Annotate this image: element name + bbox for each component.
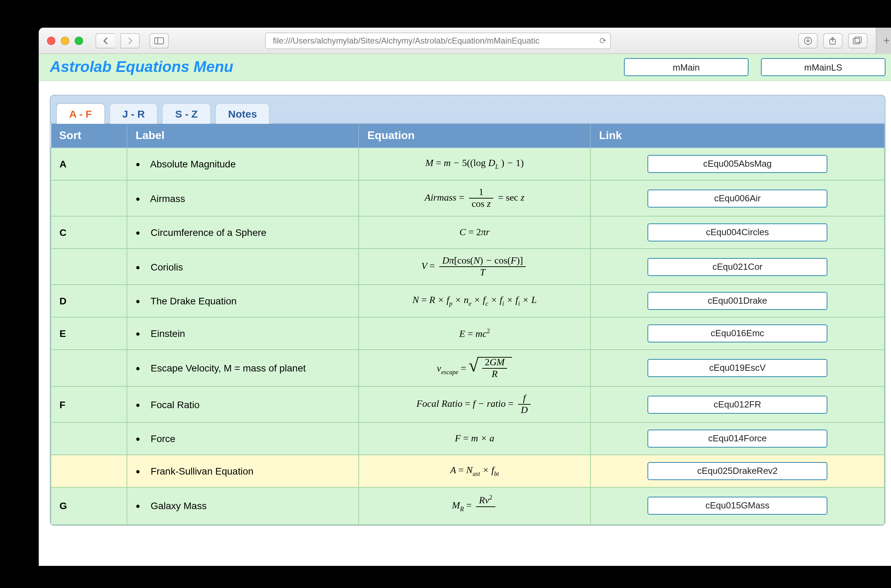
cell-label: ● Coriolis (127, 249, 358, 285)
cell-sort: E (51, 317, 127, 350)
forward-button[interactable] (120, 33, 140, 48)
table-row: ● ForceF = m × acEqu014Force (51, 422, 884, 455)
new-tab-button[interactable]: + (876, 28, 891, 54)
reload-icon[interactable]: ⟳ (599, 36, 606, 45)
header-link-mmainls[interactable]: mMainLS (761, 58, 885, 76)
back-button[interactable] (96, 33, 115, 48)
cell-link: cEqu014Force (590, 422, 884, 455)
cell-link: cEqu012FR (590, 386, 884, 422)
tab-notes[interactable]: Notes (215, 103, 270, 124)
equation-link-button[interactable]: cEqu005AbsMag (648, 155, 827, 173)
bullet-icon: ● (136, 262, 145, 271)
bullet-icon: ● (136, 329, 145, 338)
col-equation: Equation (358, 124, 590, 148)
cell-label: ● Absolute Magnitude (127, 148, 358, 180)
cell-equation: M = m − 5((log DL ) − 1) (358, 148, 590, 180)
table-row: ● Escape Velocity, M = mass of planetves… (51, 350, 884, 386)
cell-link: cEqu019EscV (590, 350, 884, 386)
table-row: E● EinsteinE = mc2cEqu016Emc (51, 317, 884, 350)
bullet-icon: ● (136, 228, 145, 237)
address-bar[interactable]: file:///Users/alchymylab/Sites/Alchymy/A… (265, 32, 611, 49)
cell-equation: V = Dπ[cos(N) − cos(F)]T (358, 249, 590, 285)
equation-link-button[interactable]: cEqu021Cor (648, 258, 827, 276)
cell-equation: N = R × fp × ne × fc × fi × fi × L (358, 285, 590, 317)
cell-link: cEqu006Air (590, 180, 884, 216)
table-row: ● AirmassAirmass = 1cos z = sec zcEqu006… (51, 180, 884, 216)
cell-sort: G (51, 488, 127, 524)
col-label: Label (127, 124, 358, 148)
bullet-icon: ● (136, 400, 145, 408)
equation-link-button[interactable]: cEqu014Force (648, 430, 827, 448)
cell-label: ● Focal Ratio (127, 386, 358, 422)
table-row: A● Absolute MagnitudeM = m − 5((log DL )… (51, 148, 884, 180)
cell-equation: E = mc2 (358, 317, 590, 350)
cell-equation: A = Nast × fbt (358, 455, 590, 488)
cell-sort: F (51, 386, 127, 422)
minimize-icon[interactable] (61, 36, 69, 45)
cell-label: ● Galaxy Mass (127, 488, 358, 524)
sidebar-button[interactable] (149, 33, 169, 48)
cell-label: ● Frank-Sullivan Equation (127, 455, 358, 488)
bullet-icon: ● (136, 160, 145, 168)
maximize-icon[interactable] (75, 36, 83, 45)
cell-link: cEqu021Cor (590, 249, 884, 285)
downloads-button[interactable] (798, 33, 818, 48)
page-content: Astrolab Equations Menu mMain mMainLS A … (39, 54, 891, 566)
header-links: mMain mMainLS (624, 58, 885, 76)
tabs-button[interactable] (848, 33, 867, 48)
bullet-icon: ● (136, 467, 145, 475)
cell-equation: C = 2πr (358, 216, 590, 249)
svg-rect-5 (855, 37, 862, 42)
cell-label: ● Force (127, 422, 358, 455)
cell-label: ● Einstein (127, 317, 358, 350)
equations-table: Sort Label Equation Link A● Absolute Mag… (51, 124, 885, 525)
cell-label: ● Escape Velocity, M = mass of planet (127, 350, 358, 386)
bullet-icon: ● (136, 297, 145, 305)
table-row: ● CoriolisV = Dπ[cos(N) − cos(F)]TcEqu02… (51, 249, 884, 285)
equation-link-button[interactable]: cEqu012FR (648, 395, 827, 413)
cell-label: ● Circumference of a Sphere (127, 216, 358, 249)
cell-equation: MR = Rv2 (358, 488, 590, 524)
cell-sort (51, 350, 127, 386)
tab-a-f[interactable]: A - F (56, 103, 105, 124)
tab-j-r[interactable]: J - R (109, 103, 158, 124)
cell-sort: D (51, 285, 127, 317)
cell-link: cEqu015GMass (590, 488, 884, 524)
tab-panel: A - F J - R S - Z Notes Sort Label (50, 95, 885, 525)
cell-equation: Focal Ratio = f − ratio = fD (358, 386, 590, 422)
equation-link-button[interactable]: cEqu019EscV (648, 359, 827, 377)
tab-s-z[interactable]: S - Z (162, 103, 211, 124)
cell-sort (51, 455, 127, 488)
equation-link-button[interactable]: cEqu006Air (648, 189, 827, 207)
table-row: D● The Drake EquationN = R × fp × ne × f… (51, 285, 884, 317)
equation-link-button[interactable]: cEqu016Emc (648, 324, 827, 342)
share-button[interactable] (823, 33, 843, 48)
cell-equation: F = m × a (358, 422, 590, 455)
cell-sort (51, 249, 127, 285)
cell-link: cEqu001Drake (590, 285, 884, 317)
table-row: ● Frank-Sullivan EquationA = Nast × fbtc… (51, 455, 884, 488)
equation-link-button[interactable]: cEqu004Circles (648, 224, 827, 242)
bullet-icon: ● (136, 364, 145, 372)
table-row: G● Galaxy MassMR = Rv2 cEqu015GMass (51, 488, 884, 524)
cell-sort (51, 422, 127, 455)
browser-window: file:///Users/alchymylab/Sites/Alchymy/A… (39, 28, 891, 566)
header-link-mmain[interactable]: mMain (624, 58, 748, 76)
close-icon[interactable] (47, 36, 56, 45)
equation-link-button[interactable]: cEqu025DrakeRev2 (648, 462, 827, 480)
bullet-icon: ● (136, 502, 145, 510)
cell-link: cEqu025DrakeRev2 (590, 455, 884, 488)
bullet-icon: ● (136, 434, 145, 443)
page-header: Astrolab Equations Menu mMain mMainLS (39, 54, 891, 81)
window-controls (47, 36, 83, 45)
equation-link-button[interactable]: cEqu015GMass (648, 497, 827, 515)
col-sort: Sort (51, 124, 127, 148)
cell-link: cEqu016Emc (590, 317, 884, 350)
cell-sort: A (51, 148, 127, 180)
page-title: Astrolab Equations Menu (50, 58, 234, 76)
bullet-icon: ● (136, 194, 145, 202)
browser-toolbar: file:///Users/alchymylab/Sites/Alchymy/A… (39, 28, 891, 54)
equation-link-button[interactable]: cEqu001Drake (648, 292, 827, 310)
table-header-row: Sort Label Equation Link (51, 124, 884, 148)
svg-rect-4 (854, 38, 860, 44)
